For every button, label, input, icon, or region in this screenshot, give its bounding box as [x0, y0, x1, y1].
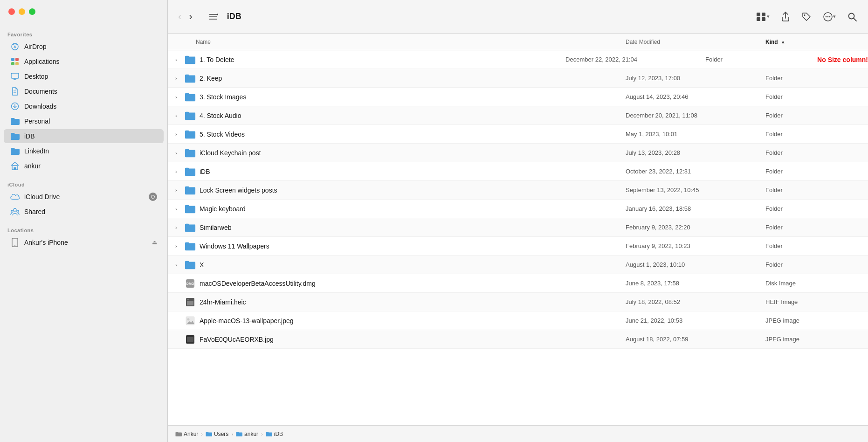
- file-row[interactable]: › Magic keyboardJanuary 16, 2023, 18:58F…: [168, 200, 868, 218]
- file-row[interactable]: › 3. Stock ImagesAugust 14, 2023, 20:46F…: [168, 88, 868, 106]
- airdrop-label: AirDrop: [24, 43, 46, 50]
- kind-column-header[interactable]: Kind ▲: [765, 39, 868, 45]
- file-date: May 1, 2023, 10:01: [626, 131, 765, 138]
- sidebar-item-idb[interactable]: iDB: [4, 129, 164, 143]
- expand-arrow[interactable]: ›: [175, 206, 183, 212]
- file-date: January 16, 2023, 18:58: [626, 205, 765, 212]
- sidebar-item-shared[interactable]: Shared: [4, 205, 164, 219]
- file-kind: Folder: [765, 93, 868, 100]
- svg-point-13: [17, 210, 19, 212]
- svg-rect-39: [187, 337, 193, 342]
- tag-button[interactable]: [798, 9, 815, 24]
- file-date: December 20, 2021, 11:08: [626, 112, 765, 119]
- eject-button[interactable]: ⏏: [152, 239, 157, 246]
- expand-arrow[interactable]: ›: [175, 225, 183, 230]
- expand-arrow[interactable]: ›: [175, 169, 183, 174]
- date-column-header[interactable]: Date Modified: [626, 39, 765, 45]
- file-name: 24hr-Miami.heic: [200, 298, 626, 306]
- share-button[interactable]: [778, 9, 793, 24]
- expand-arrow[interactable]: ›: [175, 113, 183, 118]
- expand-arrow[interactable]: ›: [175, 57, 183, 62]
- more-button[interactable]: ▾: [820, 9, 839, 24]
- sidebar-item-linkedin[interactable]: LinkedIn: [4, 144, 164, 158]
- breadcrumb-ankur2[interactable]: ankur: [236, 431, 258, 437]
- file-row[interactable]: › iCloud Keychain postJuly 13, 2023, 20:…: [168, 144, 868, 162]
- svg-rect-22: [757, 17, 760, 21]
- file-icon: [185, 129, 196, 140]
- maximize-button[interactable]: [29, 8, 35, 15]
- sidebar-item-airdrop[interactable]: AirDrop: [4, 40, 164, 54]
- file-row[interactable]: DMG macOSDeveloperBetaAccessUtility.dmgJ…: [168, 274, 868, 293]
- breadcrumb-sep-2: ›: [231, 431, 233, 437]
- sidebar-item-documents[interactable]: Documents: [4, 84, 164, 98]
- breadcrumb-ankur-label: Ankur: [184, 431, 198, 437]
- svg-point-12: [11, 210, 13, 212]
- grid-view-button[interactable]: ▾: [752, 9, 773, 24]
- file-row[interactable]: FaVoE0QUcAEORXB.jpgAugust 18, 2022, 07:5…: [168, 330, 868, 349]
- expand-arrow[interactable]: ›: [175, 94, 183, 100]
- expand-arrow[interactable]: ›: [175, 262, 183, 268]
- expand-arrow[interactable]: ›: [175, 187, 183, 193]
- expand-arrow[interactable]: ›: [175, 243, 183, 249]
- name-column-header[interactable]: Name: [192, 39, 626, 45]
- svg-point-28: [829, 16, 831, 17]
- expand-arrow[interactable]: ›: [175, 150, 183, 156]
- file-date: June 21, 2022, 10:53: [626, 317, 765, 324]
- svg-rect-20: [757, 13, 760, 16]
- file-date: February 9, 2022, 10:23: [626, 242, 765, 249]
- sidebar-item-applications[interactable]: Applications: [4, 55, 164, 69]
- file-row[interactable]: › 5. Stock VideosMay 1, 2023, 10:01Folde…: [168, 125, 868, 144]
- sidebar-item-desktop[interactable]: Desktop: [4, 69, 164, 83]
- forward-button[interactable]: ›: [186, 9, 195, 25]
- favorites-section-header: Favorites: [0, 28, 167, 39]
- expand-arrow[interactable]: ›: [175, 131, 183, 137]
- sidebar-item-personal[interactable]: Personal: [4, 114, 164, 128]
- documents-icon: [10, 87, 20, 96]
- file-kind: Folder: [765, 112, 868, 119]
- file-row[interactable]: › XAugust 1, 2023, 10:10Folder: [168, 256, 868, 274]
- svg-point-24: [804, 14, 806, 16]
- breadcrumb-ankur[interactable]: Ankur: [175, 431, 198, 437]
- search-button[interactable]: [844, 9, 861, 24]
- close-button[interactable]: [8, 8, 15, 15]
- file-kind: Folder: [765, 149, 868, 156]
- breadcrumb-users-label: Users: [214, 431, 228, 437]
- file-row[interactable]: Apple-macOS-13-wallpaper.jpegJune 21, 20…: [168, 311, 868, 330]
- breadcrumb-idb[interactable]: iDB: [266, 431, 283, 437]
- shared-icon: [10, 207, 20, 216]
- file-kind: Folder: [765, 261, 868, 268]
- locations-section-header: Locations: [0, 224, 167, 235]
- file-row[interactable]: › 2. KeepJuly 12, 2023, 17:00Folder: [168, 69, 868, 88]
- minimize-button[interactable]: [19, 8, 25, 15]
- expand-arrow[interactable]: ›: [175, 76, 183, 81]
- sidebar-item-icloud-drive[interactable]: iCloud Drive: [4, 190, 164, 204]
- back-button[interactable]: ‹: [175, 9, 184, 25]
- file-date: July 12, 2023, 17:00: [626, 75, 765, 82]
- file-icon: [185, 54, 196, 65]
- toolbar-right-buttons: ▾: [752, 9, 861, 24]
- file-icon: DMG: [185, 278, 196, 289]
- file-date: August 1, 2023, 10:10: [626, 261, 765, 268]
- sidebar-item-downloads[interactable]: Downloads: [4, 99, 164, 113]
- personal-folder-icon: [10, 117, 20, 126]
- svg-rect-35: [187, 299, 189, 300]
- icloud-icon: [10, 192, 20, 201]
- file-row[interactable]: › Lock Screen widgets postsSeptember 13,…: [168, 181, 868, 200]
- file-row[interactable]: 24hr-Miami.heicJuly 18, 2022, 08:52HEIF …: [168, 293, 868, 311]
- file-row[interactable]: › Windows 11 WallpapersFebruary 9, 2022,…: [168, 237, 868, 256]
- sidebar-item-ankurs-iphone[interactable]: Ankur's iPhone ⏏: [4, 235, 164, 249]
- file-row[interactable]: › 4. Stock AudioDecember 20, 2021, 11:08…: [168, 106, 868, 125]
- list-sort-toggle[interactable]: [205, 9, 221, 24]
- file-kind: Folder: [705, 56, 808, 63]
- file-row[interactable]: › iDBOctober 23, 2022, 12:31Folder: [168, 162, 868, 181]
- sidebar-item-ankur[interactable]: ankur: [4, 159, 164, 173]
- file-row[interactable]: › SimilarwebFebruary 9, 2023, 22:20Folde…: [168, 218, 868, 237]
- file-date: December 22, 2022, 21:04: [565, 56, 705, 63]
- applications-label: Applications: [24, 58, 60, 65]
- file-name: Windows 11 Wallpapers: [200, 242, 626, 250]
- icloud-drive-label: iCloud Drive: [24, 193, 60, 200]
- file-row[interactable]: › 1. To DeleteDecember 22, 2022, 21:04Fo…: [168, 50, 868, 69]
- breadcrumb-users[interactable]: Users: [206, 431, 228, 437]
- file-icon: [185, 185, 196, 196]
- ankur-label: ankur: [24, 162, 41, 170]
